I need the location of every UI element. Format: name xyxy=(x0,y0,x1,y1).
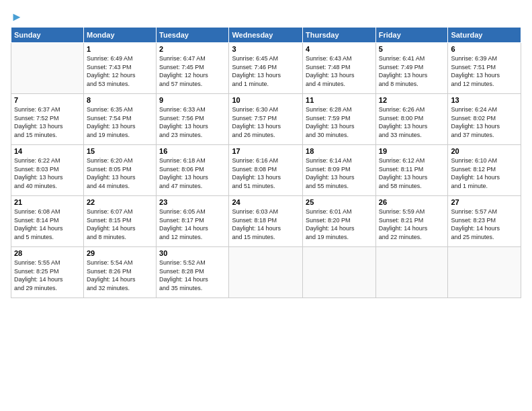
day-info: Sunrise: 6:35 AM Sunset: 7:54 PM Dayligh… xyxy=(87,105,153,139)
calendar-cell: 2Sunrise: 6:47 AM Sunset: 7:45 PM Daylig… xyxy=(157,43,229,94)
calendar-cell: 27Sunrise: 5:57 AM Sunset: 8:23 PM Dayli… xyxy=(448,196,521,247)
day-info: Sunrise: 5:59 AM Sunset: 8:21 PM Dayligh… xyxy=(379,208,445,241)
weekday-header-wednesday: Wednesday xyxy=(229,28,303,43)
day-number: 12 xyxy=(379,96,445,104)
day-info: Sunrise: 6:30 AM Sunset: 7:57 PM Dayligh… xyxy=(232,105,300,139)
day-number: 19 xyxy=(379,147,445,155)
day-info: Sunrise: 6:24 AM Sunset: 8:02 PM Dayligh… xyxy=(451,105,518,139)
day-info: Sunrise: 6:26 AM Sunset: 8:00 PM Dayligh… xyxy=(379,105,445,139)
weekday-header-row: SundayMondayTuesdayWednesdayThursdayFrid… xyxy=(11,28,521,43)
weekday-header-thursday: Thursday xyxy=(303,28,376,43)
day-info: Sunrise: 6:10 AM Sunset: 8:12 PM Dayligh… xyxy=(451,156,518,190)
calendar-cell: 1Sunrise: 6:49 AM Sunset: 7:43 PM Daylig… xyxy=(83,43,156,94)
calendar-cell: 18Sunrise: 6:14 AM Sunset: 8:09 PM Dayli… xyxy=(303,145,376,196)
day-number: 24 xyxy=(232,198,300,206)
day-info: Sunrise: 5:57 AM Sunset: 8:23 PM Dayligh… xyxy=(451,208,518,241)
calendar-cell: 21Sunrise: 6:08 AM Sunset: 8:14 PM Dayli… xyxy=(11,196,84,247)
day-info: Sunrise: 6:33 AM Sunset: 7:56 PM Dayligh… xyxy=(159,105,226,139)
day-number: 22 xyxy=(87,198,153,206)
day-info: Sunrise: 6:08 AM Sunset: 8:14 PM Dayligh… xyxy=(14,208,81,241)
day-info: Sunrise: 6:28 AM Sunset: 7:59 PM Dayligh… xyxy=(306,105,373,139)
weekday-header-saturday: Saturday xyxy=(448,28,521,43)
day-info: Sunrise: 6:37 AM Sunset: 7:52 PM Dayligh… xyxy=(14,105,81,139)
calendar-cell xyxy=(448,247,521,298)
day-number: 10 xyxy=(232,96,300,104)
day-info: Sunrise: 6:47 AM Sunset: 7:45 PM Dayligh… xyxy=(159,54,226,88)
calendar-cell: 29Sunrise: 5:54 AM Sunset: 8:26 PM Dayli… xyxy=(83,247,156,298)
week-row-3: 14Sunrise: 6:22 AM Sunset: 8:03 PM Dayli… xyxy=(11,145,521,196)
day-info: Sunrise: 6:07 AM Sunset: 8:15 PM Dayligh… xyxy=(87,208,153,241)
calendar-cell: 10Sunrise: 6:30 AM Sunset: 7:57 PM Dayli… xyxy=(229,94,303,145)
logo: ► xyxy=(11,11,23,21)
calendar-table: SundayMondayTuesdayWednesdayThursdayFrid… xyxy=(11,27,521,298)
calendar-cell: 13Sunrise: 6:24 AM Sunset: 8:02 PM Dayli… xyxy=(448,94,521,145)
day-number: 28 xyxy=(14,249,81,257)
calendar-cell: 7Sunrise: 6:37 AM Sunset: 7:52 PM Daylig… xyxy=(11,94,84,145)
day-info: Sunrise: 6:03 AM Sunset: 8:18 PM Dayligh… xyxy=(232,208,300,241)
day-number: 4 xyxy=(306,45,373,53)
calendar-cell xyxy=(375,247,448,298)
day-info: Sunrise: 6:49 AM Sunset: 7:43 PM Dayligh… xyxy=(87,54,153,88)
day-number: 5 xyxy=(379,45,445,53)
day-number: 9 xyxy=(159,96,226,104)
calendar-cell: 3Sunrise: 6:45 AM Sunset: 7:46 PM Daylig… xyxy=(229,43,303,94)
calendar-cell: 22Sunrise: 6:07 AM Sunset: 8:15 PM Dayli… xyxy=(83,196,156,247)
day-number: 6 xyxy=(451,45,518,53)
day-number: 29 xyxy=(87,249,153,257)
calendar-cell: 6Sunrise: 6:39 AM Sunset: 7:51 PM Daylig… xyxy=(448,43,521,94)
calendar-cell: 19Sunrise: 6:12 AM Sunset: 8:11 PM Dayli… xyxy=(375,145,448,196)
day-info: Sunrise: 6:39 AM Sunset: 7:51 PM Dayligh… xyxy=(451,54,518,88)
day-number: 2 xyxy=(159,45,226,53)
day-number: 14 xyxy=(14,147,81,155)
day-number: 21 xyxy=(14,198,81,206)
week-row-2: 7Sunrise: 6:37 AM Sunset: 7:52 PM Daylig… xyxy=(11,94,521,145)
day-number: 3 xyxy=(232,45,300,53)
day-number: 11 xyxy=(306,96,373,104)
day-info: Sunrise: 6:16 AM Sunset: 8:08 PM Dayligh… xyxy=(232,156,300,190)
day-number: 17 xyxy=(232,147,300,155)
calendar-cell: 23Sunrise: 6:05 AM Sunset: 8:17 PM Dayli… xyxy=(157,196,229,247)
calendar-cell: 12Sunrise: 6:26 AM Sunset: 8:00 PM Dayli… xyxy=(375,94,448,145)
day-number: 26 xyxy=(379,198,445,206)
day-info: Sunrise: 6:14 AM Sunset: 8:09 PM Dayligh… xyxy=(306,156,373,190)
calendar-cell: 20Sunrise: 6:10 AM Sunset: 8:12 PM Dayli… xyxy=(448,145,521,196)
calendar-cell xyxy=(303,247,376,298)
day-number: 13 xyxy=(451,96,518,104)
weekday-header-sunday: Sunday xyxy=(11,28,84,43)
day-info: Sunrise: 5:54 AM Sunset: 8:26 PM Dayligh… xyxy=(87,259,153,292)
day-info: Sunrise: 6:18 AM Sunset: 8:06 PM Dayligh… xyxy=(159,156,226,190)
day-number: 25 xyxy=(306,198,373,206)
day-number: 20 xyxy=(451,147,518,155)
day-info: Sunrise: 6:01 AM Sunset: 8:20 PM Dayligh… xyxy=(306,208,373,241)
day-number: 15 xyxy=(87,147,153,155)
weekday-header-tuesday: Tuesday xyxy=(157,28,229,43)
week-row-1: 1Sunrise: 6:49 AM Sunset: 7:43 PM Daylig… xyxy=(11,43,521,94)
calendar-cell: 25Sunrise: 6:01 AM Sunset: 8:20 PM Dayli… xyxy=(303,196,376,247)
page: ► SundayMondayTuesdayWednesdayThursdayFr… xyxy=(0,0,532,411)
day-info: Sunrise: 6:45 AM Sunset: 7:46 PM Dayligh… xyxy=(232,54,300,88)
day-info: Sunrise: 5:55 AM Sunset: 8:25 PM Dayligh… xyxy=(14,259,81,292)
calendar-cell: 28Sunrise: 5:55 AM Sunset: 8:25 PM Dayli… xyxy=(11,247,84,298)
day-number: 1 xyxy=(87,45,153,53)
week-row-4: 21Sunrise: 6:08 AM Sunset: 8:14 PM Dayli… xyxy=(11,196,521,247)
day-number: 23 xyxy=(159,198,226,206)
day-number: 30 xyxy=(159,249,226,257)
calendar-cell: 16Sunrise: 6:18 AM Sunset: 8:06 PM Dayli… xyxy=(157,145,229,196)
day-number: 18 xyxy=(306,147,373,155)
calendar-cell: 30Sunrise: 5:52 AM Sunset: 8:28 PM Dayli… xyxy=(157,247,229,298)
day-info: Sunrise: 5:52 AM Sunset: 8:28 PM Dayligh… xyxy=(159,259,226,292)
calendar-cell: 11Sunrise: 6:28 AM Sunset: 7:59 PM Dayli… xyxy=(303,94,376,145)
day-info: Sunrise: 6:41 AM Sunset: 7:49 PM Dayligh… xyxy=(379,54,445,88)
calendar-cell: 24Sunrise: 6:03 AM Sunset: 8:18 PM Dayli… xyxy=(229,196,303,247)
calendar-cell: 17Sunrise: 6:16 AM Sunset: 8:08 PM Dayli… xyxy=(229,145,303,196)
calendar-cell: 5Sunrise: 6:41 AM Sunset: 7:49 PM Daylig… xyxy=(375,43,448,94)
calendar-cell: 4Sunrise: 6:43 AM Sunset: 7:48 PM Daylig… xyxy=(303,43,376,94)
header: ► xyxy=(11,11,521,21)
day-info: Sunrise: 6:12 AM Sunset: 8:11 PM Dayligh… xyxy=(379,156,445,190)
calendar-cell: 9Sunrise: 6:33 AM Sunset: 7:56 PM Daylig… xyxy=(157,94,229,145)
calendar-cell xyxy=(11,43,84,94)
calendar-cell: 26Sunrise: 5:59 AM Sunset: 8:21 PM Dayli… xyxy=(375,196,448,247)
day-number: 8 xyxy=(87,96,153,104)
day-number: 27 xyxy=(451,198,518,206)
week-row-5: 28Sunrise: 5:55 AM Sunset: 8:25 PM Dayli… xyxy=(11,247,521,298)
